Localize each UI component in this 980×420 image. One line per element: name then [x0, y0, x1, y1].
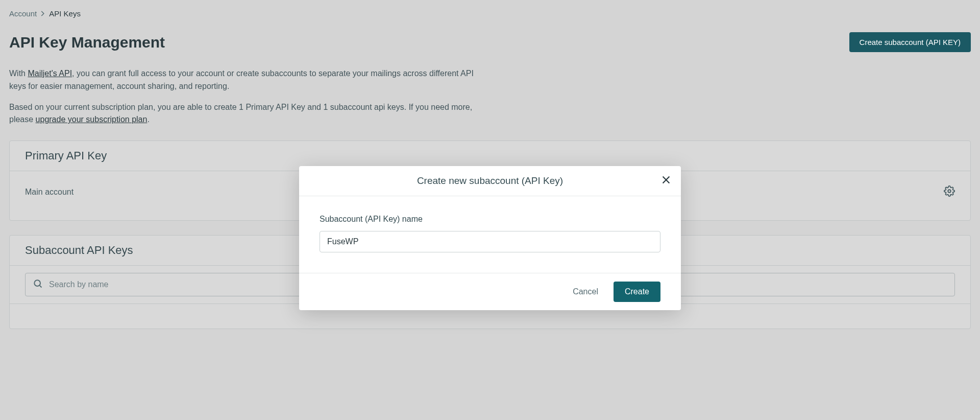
modal-title: Create new subaccount (API Key)	[417, 175, 563, 186]
subaccount-name-input[interactable]	[320, 231, 660, 252]
subaccount-name-label: Subaccount (API Key) name	[320, 215, 660, 224]
cancel-button[interactable]: Cancel	[573, 287, 598, 296]
create-button[interactable]: Create	[614, 282, 660, 302]
modal-overlay: Create new subaccount (API Key) Subaccou…	[0, 0, 980, 420]
close-icon[interactable]	[660, 174, 672, 188]
create-subaccount-modal: Create new subaccount (API Key) Subaccou…	[299, 166, 681, 310]
